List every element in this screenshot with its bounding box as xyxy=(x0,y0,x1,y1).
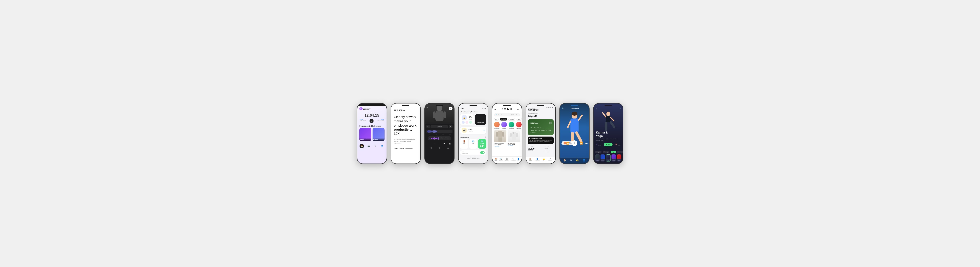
search-bar[interactable]: 🔍 Search ⊟ Filter ↕ Sort xyxy=(494,113,520,117)
menu-icon-fashion[interactable]: ☰ xyxy=(494,108,496,111)
thumb-yoga[interactable]: Yoga xyxy=(606,155,611,161)
footer-music: AR RahmanYaha vaha sara jahan dekh... xyxy=(458,156,488,160)
cat-running[interactable]: Running xyxy=(603,151,609,153)
nav-home[interactable]: 🏠 xyxy=(360,144,364,148)
ac-toggle[interactable] xyxy=(480,152,485,154)
nav-icon-3[interactable]: △ xyxy=(447,147,449,149)
nav-camera[interactable]: 📷 xyxy=(366,144,371,148)
audio-waveform xyxy=(431,137,439,140)
thumb-jogging[interactable]: Jogging xyxy=(595,155,600,161)
main-door-card[interactable]: 🔒 Main Door Locked xyxy=(460,114,474,125)
nav-home-banking-label: HOME xyxy=(529,161,532,161)
start-button-yoga[interactable]: ▶ Start xyxy=(604,143,612,146)
balance-arrow[interactable]: › xyxy=(538,115,538,117)
entrance-card[interactable]: Enterence xyxy=(475,114,486,125)
settings-gear[interactable]: ⚙ xyxy=(485,136,486,138)
nav-search-fashion[interactable]: 🔍 SEARCH xyxy=(499,158,503,161)
card-holder: Rushabh Patel xyxy=(530,123,538,124)
timeline-video[interactable] xyxy=(426,130,452,133)
card-cardio[interactable]: CARDIO Get active on your off days! make… xyxy=(360,128,371,141)
temperature-card[interactable]: ❄️ Cold 24° xyxy=(478,139,486,149)
nav-circle[interactable]: ⊙ xyxy=(373,144,377,148)
nav-icon-fashion7-2[interactable]: ⊙ xyxy=(570,159,572,161)
svg-point-19 xyxy=(606,112,610,116)
bal-out: Out of $6,000 xyxy=(528,150,536,151)
audio-track[interactable]: ♪ xyxy=(428,136,451,141)
filter-icon[interactable]: ⊟ Filter ↕ Sort xyxy=(511,114,519,115)
nav-wishlist-fashion[interactable]: ♡ WISHLIST xyxy=(511,158,516,161)
section-title-1: Coachings & Challenges xyxy=(357,124,387,128)
product-jacket[interactable]: Single-breasted jacket $129.95 $75.00 NE… xyxy=(494,130,506,147)
scan-qr-button[interactable]: SCAN QR ⊞ xyxy=(546,107,554,109)
yoga-main-title: Karma &Yoga xyxy=(596,131,620,138)
rewind-icon[interactable]: ⏪ xyxy=(566,142,569,145)
nav-home-fashion[interactable]: 🏠 HOME xyxy=(494,158,497,161)
play-button[interactable]: ▶ xyxy=(369,119,374,123)
more-icon-1[interactable]: ··· xyxy=(383,108,385,110)
cat-dance[interactable]: Dance xyxy=(617,151,623,153)
nav-icon-fashion7-3[interactable]: 💫 xyxy=(576,159,579,161)
nav-home-banking[interactable]: 🏠 HOME xyxy=(529,158,532,161)
thumb-dance[interactable]: Dance xyxy=(611,155,616,161)
cat-jogging[interactable]: Jogging xyxy=(595,151,602,153)
nav-icon-1[interactable]: ◁ xyxy=(430,147,431,149)
cta-button[interactable]: Create Account xyxy=(394,148,417,149)
product-shirt[interactable]: Satin white shirt $124.99 $85.00 NEW ARR… xyxy=(508,130,520,147)
tool-back[interactable]: ← xyxy=(428,143,430,145)
cat-yoga[interactable]: Yoga xyxy=(611,151,616,153)
search-icon-fashion7[interactable]: 🔍 xyxy=(562,107,564,109)
cat-2023[interactable]: 2023 Special xyxy=(494,122,500,129)
tool-filter[interactable]: ▼ xyxy=(443,143,445,145)
nav-pay-label: PAY xyxy=(543,161,545,161)
nav-pay-banking[interactable]: 💳 PAY xyxy=(543,158,545,161)
tool-music[interactable]: ♪ xyxy=(438,143,439,145)
phone-banking: Welcome back Abhik Patel SCAN QR ⊞ Avail… xyxy=(526,103,556,164)
shirt-price-old: $124.99 xyxy=(508,144,511,145)
ctrl-1[interactable]: ① xyxy=(426,125,430,128)
nav-qr-fashion[interactable]: ⊞ QR CODE xyxy=(504,158,509,161)
forward-icon[interactable]: ⏩ xyxy=(580,142,583,145)
notch-3 xyxy=(436,105,443,106)
nav-icon-2[interactable]: ⊕ xyxy=(438,147,440,149)
tool-more[interactable]: ⌘ xyxy=(449,143,451,145)
ctrl-2[interactable]: ✂ xyxy=(449,125,452,128)
nav-profile-banking[interactable]: ☰ PROFILE xyxy=(549,158,552,161)
nav-account-banking[interactable]: 👤 ACCOUNT xyxy=(535,158,539,161)
card-exercise[interactable]: EXERCISE Daily 5 min exercise for legs m… xyxy=(372,128,385,141)
nav-profile[interactable]: 👤 xyxy=(380,144,384,148)
trans-amount: $45 xyxy=(545,147,554,150)
cat-casual[interactable]: Casual look xyxy=(509,122,514,129)
filter-ladies[interactable]: LADIES xyxy=(508,118,515,120)
thumb-zumba[interactable]: Zumba xyxy=(617,155,621,161)
time-0: 0:00 xyxy=(428,134,430,135)
thumb-running[interactable]: Running xyxy=(601,155,605,161)
room-locked: Locked xyxy=(469,118,472,120)
family-card[interactable]: 👨‍👩‍👧 Family 6 members ⚙ xyxy=(460,126,486,134)
nav-me-fashion[interactable]: 👤 ME xyxy=(517,158,520,161)
credit-card: Credit card Rushabh Patel ⊠ ● ● ● ● ● ● … xyxy=(528,119,554,135)
family-gear[interactable]: ⚙ xyxy=(484,130,485,131)
filter-all[interactable]: ALL xyxy=(494,118,499,120)
share-icon-yoga[interactable]: ↑ xyxy=(620,107,621,109)
nav-icon-fashion7-4[interactable]: 👤 xyxy=(582,159,585,161)
play-pause-button[interactable]: ⏸ xyxy=(572,141,578,146)
prev-icon[interactable]: ⏮ xyxy=(561,142,564,145)
filter-men[interactable]: MEN xyxy=(517,118,522,120)
menu-icon[interactable]: ☰ xyxy=(426,107,428,109)
tool-text[interactable]: T xyxy=(434,143,435,145)
back-icon-yoga[interactable]: ← xyxy=(596,107,598,109)
qa-exit[interactable]: 🚪 Exit xyxy=(460,139,468,149)
temp-value: 24° xyxy=(480,144,484,148)
nav-icon-fashion7-1[interactable]: 🏠 xyxy=(563,159,566,161)
dropdown-arrow-icon[interactable]: ⌄ xyxy=(585,107,587,109)
tap-edit-label[interactable]: Tap to edit xyxy=(431,125,449,128)
next-icon[interactable]: ⏭ xyxy=(585,142,588,145)
cat-party[interactable]: Party Look xyxy=(516,122,522,129)
thumb-running-label: Running xyxy=(601,160,604,161)
qa-fan[interactable]: 💨 Fan xyxy=(469,139,477,149)
door-icon: 🔒 xyxy=(462,115,467,120)
cat-office[interactable]: Office Look xyxy=(501,122,507,129)
bag-icon[interactable]: 🛍 xyxy=(517,108,519,111)
filter-trend[interactable]: #TREND xyxy=(500,118,507,120)
next-button[interactable]: › xyxy=(449,107,452,111)
